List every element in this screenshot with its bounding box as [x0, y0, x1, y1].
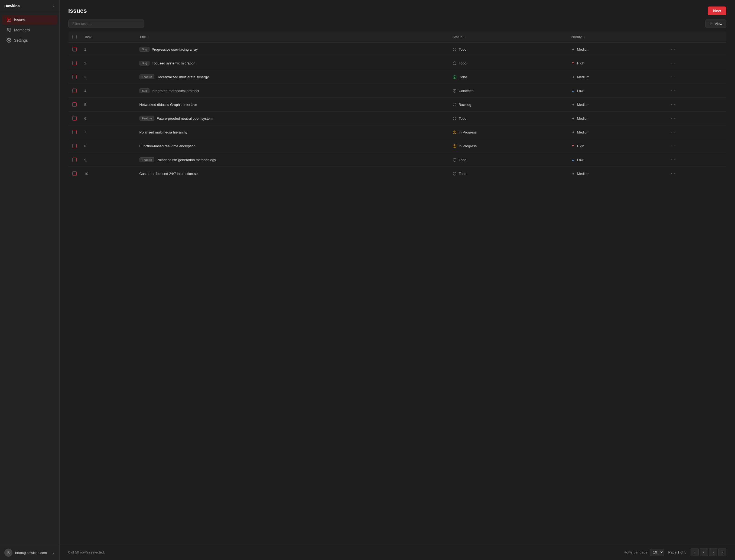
row-actions-cell: ···: [665, 153, 726, 167]
row-actions-cell: ···: [665, 98, 726, 112]
task-number: 9: [80, 153, 136, 167]
chevron-down-icon: ⌄: [52, 551, 55, 555]
row-actions-button[interactable]: ···: [669, 142, 677, 149]
select-all-checkbox[interactable]: [72, 35, 77, 39]
row-actions-button[interactable]: ···: [669, 101, 677, 108]
task-title: Polarised multimedia hierarchy: [139, 130, 188, 134]
status-sort-icon: ↕: [464, 35, 466, 39]
task-title: Progressive user-facing array: [152, 47, 198, 51]
sidebar-item-settings[interactable]: Settings: [2, 35, 57, 45]
svg-point-5: [8, 40, 10, 41]
new-button[interactable]: New: [708, 6, 726, 15]
view-button[interactable]: View: [705, 19, 726, 28]
status-icon: [453, 144, 457, 148]
row-checkbox-cell: [69, 153, 81, 167]
prev-page-button[interactable]: ‹: [700, 548, 708, 556]
pagination-controls: Rows per page 10 20 50 Page 1 of 5 « ‹ ›…: [624, 548, 726, 556]
view-label: View: [715, 22, 722, 26]
row-checkbox[interactable]: [72, 130, 77, 134]
issues-table: Task Title ↕ Status ↕ Priority ↕ 1 Bug P…: [68, 31, 726, 181]
workspace-title: Hawkins: [4, 4, 20, 8]
table-row: 4 Bug Integrated methodical protocol Can…: [69, 84, 726, 98]
row-actions-button[interactable]: ···: [669, 87, 677, 94]
task-title-cell: Feature Future-proofed neutral open syst…: [136, 112, 449, 125]
rows-per-page-control: Rows per page 10 20 50: [624, 549, 664, 556]
row-actions-cell: ···: [665, 112, 726, 125]
row-checkbox[interactable]: [72, 61, 77, 65]
priority-icon: [571, 116, 575, 121]
filter-input[interactable]: [68, 19, 144, 28]
table-row: 8 Function-based real-time encryption In…: [69, 139, 726, 153]
task-title: Customer-focused 24/7 instruction set: [139, 172, 199, 176]
next-page-button[interactable]: ›: [709, 548, 717, 556]
row-checkbox-cell: [69, 167, 81, 181]
task-status-cell: Todo: [449, 43, 567, 56]
row-checkbox[interactable]: [72, 144, 77, 148]
row-checkbox[interactable]: [72, 89, 77, 93]
task-tag: Bug: [139, 47, 150, 52]
svg-point-28: [453, 158, 456, 161]
rows-per-page-select[interactable]: 10 20 50: [650, 549, 664, 556]
row-checkbox[interactable]: [72, 116, 77, 121]
row-actions-button[interactable]: ···: [669, 60, 677, 67]
row-actions-button[interactable]: ···: [669, 46, 677, 53]
svg-point-6: [8, 551, 9, 553]
row-actions-button[interactable]: ···: [669, 170, 677, 177]
page-info: Page 1 of 5: [668, 550, 687, 554]
row-actions-cell: ···: [665, 139, 726, 153]
priority-icon: [571, 61, 575, 65]
first-page-button[interactable]: «: [691, 548, 699, 556]
row-actions-button[interactable]: ···: [669, 115, 677, 122]
status-icon: [453, 61, 457, 65]
task-title: Future-proofed neutral open system: [157, 116, 213, 121]
task-title-cell: Function-based real-time encryption: [136, 139, 449, 153]
task-status-cell: Todo: [449, 56, 567, 70]
status-text: Done: [459, 75, 467, 79]
priority-text: Medium: [577, 75, 590, 79]
task-title-cell: Customer-focused 24/7 instruction set: [136, 167, 449, 181]
sidebar-item-members[interactable]: Members: [2, 25, 57, 35]
row-actions-button[interactable]: ···: [669, 73, 677, 80]
status-text: In Progress: [459, 130, 477, 134]
svg-point-12: [453, 61, 456, 64]
user-profile[interactable]: brian@hawkins.com ⌄: [0, 545, 59, 560]
status-column-header[interactable]: Status ↕: [449, 31, 567, 43]
priority-icon: [571, 102, 575, 107]
priority-text: Medium: [577, 103, 590, 107]
sidebar-nav: Issues Members Settings: [0, 12, 59, 545]
status-icon: [453, 171, 457, 176]
task-number: 4: [80, 84, 136, 98]
task-number: 6: [80, 112, 136, 125]
task-title: Decentralized multi-state synergy: [157, 75, 209, 79]
task-title-cell: Feature Decentralized multi-state synerg…: [136, 70, 449, 84]
row-checkbox[interactable]: [72, 158, 77, 162]
last-page-button[interactable]: »: [718, 548, 726, 556]
status-text: Todo: [459, 61, 466, 65]
priority-text: High: [577, 144, 584, 148]
title-column-header[interactable]: Title ↕: [136, 31, 449, 43]
status-text: Backlog: [459, 103, 471, 107]
main-content: Issues New View Task Title ↕ Statu: [60, 0, 735, 560]
status-icon: [453, 89, 457, 93]
row-actions-cell: ···: [665, 43, 726, 56]
task-status-cell: Canceled: [449, 84, 567, 98]
page-title: Issues: [68, 7, 87, 14]
sidebar-item-issues[interactable]: Issues: [2, 15, 57, 25]
title-sort-icon: ↕: [148, 35, 149, 39]
priority-text: Low: [577, 89, 584, 93]
priority-column-header[interactable]: Priority ↕: [567, 31, 665, 43]
row-checkbox[interactable]: [72, 171, 77, 176]
workspace-selector[interactable]: Hawkins ⌄: [0, 0, 59, 12]
priority-text: Medium: [577, 130, 590, 134]
status-icon: [453, 130, 457, 134]
row-checkbox[interactable]: [72, 102, 77, 107]
row-checkbox[interactable]: [72, 47, 77, 51]
row-actions-button[interactable]: ···: [669, 156, 677, 163]
row-actions-cell: ···: [665, 125, 726, 139]
row-checkbox-cell: [69, 112, 81, 125]
row-checkbox-cell: [69, 84, 81, 98]
row-checkbox[interactable]: [72, 75, 77, 79]
task-number: 8: [80, 139, 136, 153]
row-actions-button[interactable]: ···: [669, 129, 677, 136]
table-row: 1 Bug Progressive user-facing array Todo…: [69, 43, 726, 56]
